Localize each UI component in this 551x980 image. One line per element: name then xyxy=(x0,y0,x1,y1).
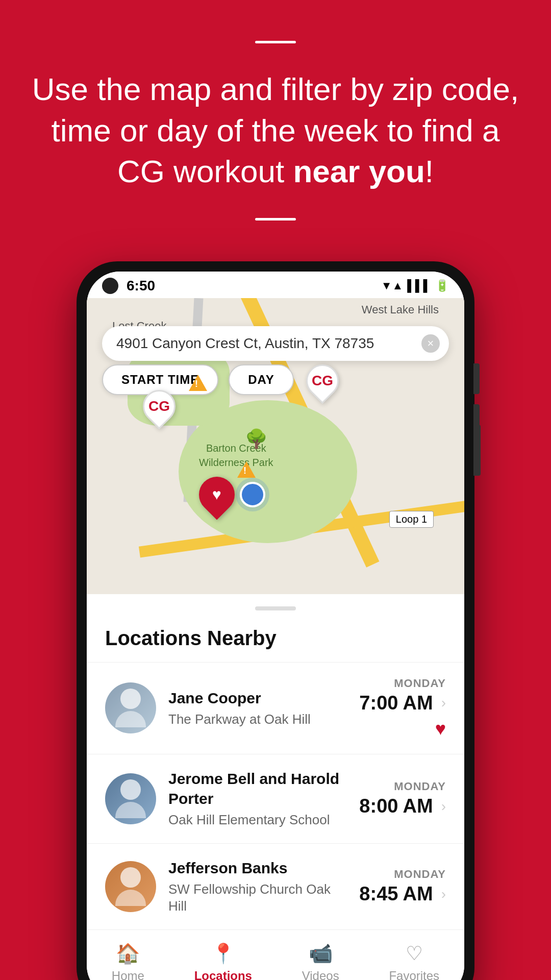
map-label-loop: Loop 1 xyxy=(389,511,434,528)
tree-icon: 🌳 xyxy=(245,428,268,450)
map-label-west-lake: West Lake Hills xyxy=(362,303,439,316)
nav-item-videos[interactable]: 📹 Videos xyxy=(302,942,339,980)
location-time-1: MONDAY 8:00 AM › xyxy=(359,780,446,817)
headline-end: ! xyxy=(425,154,434,189)
location-info-2: Jefferson Banks SW Fellowship Church Oak… xyxy=(168,858,347,916)
search-address: 4901 Canyon Crest Ct, Austin, TX 78735 xyxy=(116,335,374,352)
time-row-2: 8:45 AM › xyxy=(359,883,446,905)
location-name-1: Jerome Bell and Harold Porter xyxy=(168,769,347,808)
map-pin-cg-1[interactable]: CG xyxy=(143,390,176,423)
avatar-1 xyxy=(105,773,156,824)
nav-label-locations: Locations xyxy=(194,969,252,980)
time-value-1: 8:00 AM xyxy=(359,795,433,817)
time-day-1: MONDAY xyxy=(359,780,446,793)
hero-section: Use the map and filter by zip code, time… xyxy=(0,0,551,241)
favorite-heart-0[interactable]: ♥ xyxy=(359,718,446,740)
wifi-icon: ▼▲ xyxy=(381,279,404,292)
bottom-sheet: Locations Nearby Jane Cooper The Parkway… xyxy=(87,594,464,929)
bottom-nav: 🏠 Home 📍 Locations 📹 Videos ♡ Favorites xyxy=(87,929,464,980)
nav-label-favorites: Favorites xyxy=(389,969,439,980)
time-value-0: 7:00 AM xyxy=(359,692,433,714)
time-value-2: 8:45 AM xyxy=(359,883,433,905)
location-item-2[interactable]: Jefferson Banks SW Fellowship Church Oak… xyxy=(87,843,464,930)
location-place-1: Oak Hill Elementary School xyxy=(168,812,347,829)
bottom-divider xyxy=(255,218,296,220)
headline-bold: near you xyxy=(293,154,424,189)
status-left: 6:50 xyxy=(102,278,155,294)
time-day-0: MONDAY xyxy=(359,677,446,690)
status-right: ▼▲ ▌▌▌ 🔋 xyxy=(381,279,449,292)
nearby-title: Locations Nearby xyxy=(87,627,464,662)
day-filter-button[interactable]: DAY xyxy=(229,364,293,395)
heart-pin-icon: ♥ xyxy=(212,486,221,503)
status-time: 6:50 xyxy=(127,278,155,294)
volume-up-button xyxy=(473,363,480,394)
chevron-right-2: › xyxy=(441,886,446,902)
location-time-2: MONDAY 8:45 AM › xyxy=(359,868,446,905)
headline-text: Use the map and filter by zip code, time… xyxy=(32,71,519,189)
map-pin-warning-2 xyxy=(237,461,256,478)
nav-item-locations[interactable]: 📍 Locations xyxy=(194,942,252,980)
time-row-0: 7:00 AM › xyxy=(359,692,446,714)
nav-item-favorites[interactable]: ♡ Favorites xyxy=(389,942,439,980)
headline: Use the map and filter by zip code, time… xyxy=(31,69,520,192)
map-container[interactable]: West Lake Hills Lost Creek Barton Creek … xyxy=(87,298,464,594)
search-bar[interactable]: 4901 Canyon Crest Ct, Austin, TX 78735 × xyxy=(102,326,449,361)
chevron-right-0: › xyxy=(441,695,446,711)
map-pin-cg-2[interactable]: CG xyxy=(306,364,339,397)
location-time-0: MONDAY 7:00 AM › ♥ xyxy=(359,677,446,740)
map-pin-current-location xyxy=(240,482,265,507)
avatar-2 xyxy=(105,861,156,912)
location-place-2: SW Fellowship Church Oak Hill xyxy=(168,881,347,916)
videos-icon: 📹 xyxy=(309,942,333,965)
nav-label-home: Home xyxy=(112,969,144,980)
search-clear-button[interactable]: × xyxy=(421,334,440,353)
nav-label-videos: Videos xyxy=(302,969,339,980)
sheet-handle xyxy=(255,606,296,610)
time-row-1: 8:00 AM › xyxy=(359,795,446,817)
battery-icon: 🔋 xyxy=(435,279,449,292)
home-icon: 🏠 xyxy=(116,942,140,965)
map-pin-warning-1 xyxy=(189,375,207,391)
phone-wrapper: 6:50 ▼▲ ▌▌▌ 🔋 West Lake Hills xyxy=(0,241,551,980)
cg-logo-2: CG xyxy=(312,373,333,389)
power-button xyxy=(473,425,481,476)
location-name-2: Jefferson Banks xyxy=(168,858,347,878)
status-bar: 6:50 ▼▲ ▌▌▌ 🔋 xyxy=(87,272,464,298)
phone-frame: 6:50 ▼▲ ▌▌▌ 🔋 West Lake Hills xyxy=(77,261,474,980)
location-item-1[interactable]: Jerome Bell and Harold Porter Oak Hill E… xyxy=(87,754,464,843)
chevron-right-1: › xyxy=(441,798,446,815)
map-pin-heart[interactable]: ♥ xyxy=(199,477,235,512)
location-item-0[interactable]: Jane Cooper The Parkway at Oak Hill MOND… xyxy=(87,662,464,754)
nav-item-home[interactable]: 🏠 Home xyxy=(112,942,144,980)
top-divider xyxy=(255,41,296,43)
signal-bars: ▌▌▌ xyxy=(407,279,431,292)
avatar-0 xyxy=(105,682,156,733)
cg-logo-1: CG xyxy=(148,398,170,414)
time-day-2: MONDAY xyxy=(359,868,446,881)
phone-screen: 6:50 ▼▲ ▌▌▌ 🔋 West Lake Hills xyxy=(87,272,464,980)
locations-icon: 📍 xyxy=(211,942,235,965)
location-info-0: Jane Cooper The Parkway at Oak Hill xyxy=(168,688,347,728)
location-name-0: Jane Cooper xyxy=(168,688,347,708)
location-place-0: The Parkway at Oak Hill xyxy=(168,711,347,728)
camera-icon xyxy=(102,278,118,294)
favorites-icon: ♡ xyxy=(406,942,423,965)
location-info-1: Jerome Bell and Harold Porter Oak Hill E… xyxy=(168,769,347,829)
